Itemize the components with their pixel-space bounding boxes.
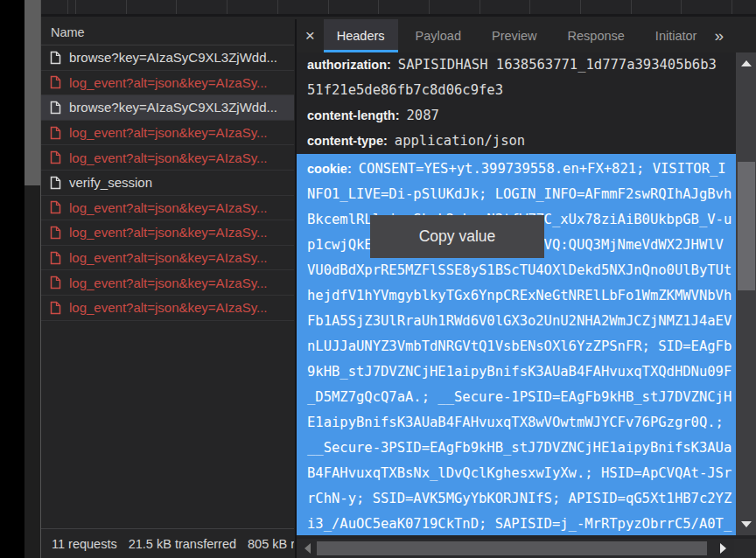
request-label: verify_session: [69, 175, 152, 190]
vertical-scroll-thumb[interactable]: [738, 162, 755, 290]
request-label: log_event?alt=json&key=AIzaSy...: [69, 200, 268, 215]
request-row[interactable]: log_event?alt=json&key=AIzaSy...: [41, 145, 294, 171]
file-icon: [50, 51, 61, 65]
header-value: application/json: [395, 133, 525, 149]
more-tabs-chevron-icon[interactable]: »: [714, 19, 724, 52]
name-column-header: Name: [41, 19, 294, 45]
horizontal-scrollbar[interactable]: [297, 539, 734, 558]
close-button[interactable]: ×: [297, 19, 324, 52]
transferred-size: 21.5 kB transferred: [129, 537, 236, 551]
resources-size: 805 kB resources: [248, 537, 294, 551]
requests-panel: Name browse?key=AIzaSyC9XL3ZjWdd... log_…: [41, 19, 294, 558]
scroll-down-icon[interactable]: [741, 521, 752, 527]
request-label: log_event?alt=json&key=AIzaSy...: [69, 250, 268, 265]
scroll-up-icon[interactable]: [741, 60, 752, 66]
tab-preview[interactable]: Preview: [479, 19, 550, 52]
request-label: browse?key=AIzaSyC9XL3ZjWdd...: [69, 100, 277, 115]
status-bar: 11 requests 21.5 kB transferred 805 kB r…: [41, 528, 294, 558]
header-value: CONSENT=YES+yt.399739558.en+FX+821; VISI…: [359, 161, 726, 177]
scroll-right-icon[interactable]: [720, 543, 726, 554]
request-row[interactable]: log_event?alt=json&key=AIzaSy...: [41, 270, 294, 296]
file-icon: [50, 101, 61, 115]
scroll-left-icon[interactable]: [304, 543, 311, 554]
requests-list: browse?key=AIzaSyC9XL3ZjWdd... log_event…: [41, 45, 294, 321]
file-icon: [50, 226, 61, 240]
requests-count: 11 requests: [52, 537, 117, 551]
header-entry-cookie[interactable]: cookie:CONSENT=YES+yt.399739558.en+FX+82…: [297, 154, 736, 535]
file-icon: [50, 301, 61, 315]
file-icon: [50, 150, 61, 164]
header-name: authorization:: [307, 58, 391, 72]
request-label: browse?key=AIzaSyC9XL3ZjWdd...: [69, 50, 277, 65]
headers-detail-content: authorization:SAPISIDHASH 1638563771_1d7…: [297, 52, 736, 535]
tab-response[interactable]: Response: [555, 19, 638, 52]
header-name: cookie:: [307, 162, 352, 176]
file-icon: [50, 251, 61, 265]
file-icon: [50, 276, 61, 289]
network-overview-strip[interactable]: [41, 0, 756, 17]
request-row[interactable]: log_event?alt=json&key=AIzaSy...: [41, 196, 294, 221]
request-row[interactable]: log_event?alt=json&key=AIzaSy...: [41, 71, 294, 96]
page-scrollbar[interactable]: [24, 0, 40, 558]
tab-payload[interactable]: Payload: [402, 19, 474, 52]
detail-tab-bar: × Headers Payload Preview Response Initi…: [297, 19, 756, 52]
vertical-scrollbar[interactable]: [736, 52, 756, 535]
header-value: SAPISIDHASH 1638563771_1d777a393405b6b3: [398, 57, 717, 73]
file-icon: [50, 176, 61, 190]
request-row[interactable]: browse?key=AIzaSyC9XL3ZjWdd...: [41, 45, 294, 71]
request-label: log_event?alt=json&key=AIzaSy...: [69, 225, 268, 240]
tab-initiator[interactable]: Initiator: [642, 19, 710, 52]
request-row[interactable]: verify_session: [41, 171, 294, 196]
request-row[interactable]: log_event?alt=json&key=AIzaSy...: [41, 121, 294, 146]
header-entry-authorization[interactable]: authorization:SAPISIDHASH 1638563771_1d7…: [307, 52, 736, 103]
request-label: log_event?alt=json&key=AIzaSy...: [69, 300, 268, 315]
request-label: log_event?alt=json&key=AIzaSy...: [69, 276, 268, 290]
request-label: log_event?alt=json&key=AIzaSy...: [69, 75, 268, 90]
request-label: log_event?alt=json&key=AIzaSy...: [69, 150, 268, 165]
header-name: content-type:: [307, 134, 388, 148]
copy-value-button[interactable]: Copy value: [370, 215, 544, 258]
file-icon: [50, 126, 61, 140]
header-value: 2087: [407, 108, 439, 123]
horizontal-scroll-thumb[interactable]: [317, 541, 707, 555]
header-entry-content-length[interactable]: content-length:2087: [307, 103, 736, 129]
request-label: log_event?alt=json&key=AIzaSy...: [69, 125, 268, 140]
request-row[interactable]: log_event?alt=json&key=AIzaSy...: [41, 296, 294, 321]
header-entry-content-type[interactable]: content-type:application/json: [307, 129, 736, 154]
request-row[interactable]: log_event?alt=json&key=AIzaSy...: [41, 246, 294, 271]
scrollbar-corner: [734, 539, 756, 558]
request-detail-panel: × Headers Payload Preview Response Initi…: [295, 19, 756, 558]
file-icon: [50, 75, 61, 89]
file-icon: [50, 200, 61, 214]
request-row[interactable]: browse?key=AIzaSyC9XL3ZjWdd...: [41, 95, 294, 121]
tab-headers[interactable]: Headers: [324, 19, 398, 52]
header-name: content-length:: [307, 108, 400, 122]
close-icon: ×: [305, 26, 315, 45]
page-scrollbar-thumb[interactable]: [24, 0, 40, 185]
devtools-network-panel: Name browse?key=AIzaSyC9XL3ZjWdd... log_…: [40, 0, 756, 558]
request-row[interactable]: log_event?alt=json&key=AIzaSy...: [41, 220, 294, 246]
